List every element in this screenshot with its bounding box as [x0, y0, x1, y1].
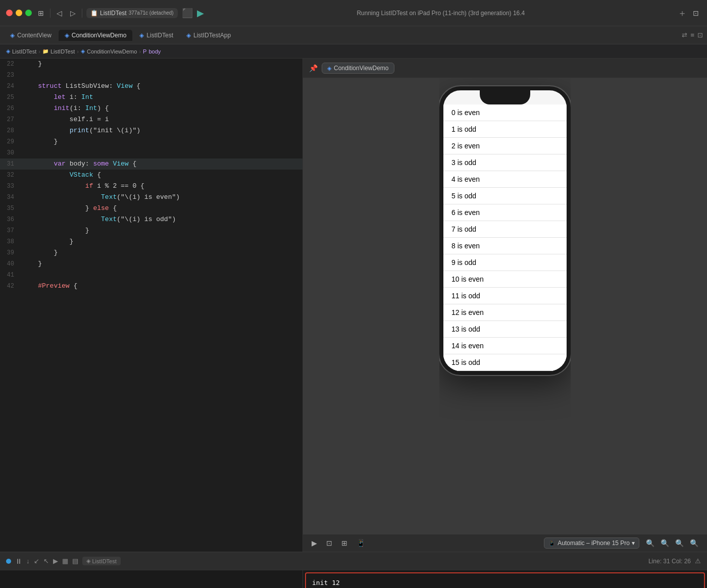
- close-button[interactable]: [6, 10, 13, 16]
- traffic-lights: [6, 10, 32, 16]
- layout-toggle-button[interactable]: ⊡: [691, 7, 701, 19]
- line-number: 24: [0, 81, 20, 92]
- maximize-button[interactable]: [25, 10, 32, 16]
- tab-icon: ◈: [139, 32, 144, 39]
- line-content: [20, 70, 302, 81]
- line-number: 29: [0, 136, 20, 147]
- navigator-button[interactable]: ◁: [55, 7, 64, 19]
- list-item: 2 is even: [443, 138, 567, 154]
- preview-device-button[interactable]: 📱: [354, 538, 368, 549]
- console-right: init 12init 13init 14init 14init 15init …: [303, 570, 707, 588]
- line-number: 25: [0, 92, 20, 103]
- list-item: 15 is odd: [443, 354, 567, 371]
- tab-label: ConditionViewDemo: [72, 32, 127, 39]
- add-tab-button[interactable]: ＋: [678, 7, 687, 19]
- code-line: 36 Text("\(i) is odd"): [0, 214, 302, 225]
- list-item: 8 is even: [443, 238, 567, 254]
- inspector-toggle-button[interactable]: ⊡: [697, 31, 703, 39]
- preview-toolbar: 📌 ◈ ConditionViewDemo: [303, 59, 707, 78]
- zoom-out-button[interactable]: 🔍: [643, 538, 657, 549]
- code-line: 25 let i: Int: [0, 92, 302, 103]
- line-content: } else {: [20, 203, 302, 214]
- scheme-icon: 📋: [90, 10, 98, 17]
- code-line: 34 Text("\(i) is even"): [0, 192, 302, 203]
- zoom-actual-button[interactable]: 🔍: [658, 538, 672, 549]
- line-number: 23: [0, 70, 20, 81]
- line-content: VStack {: [20, 170, 302, 181]
- zoom-in-button[interactable]: 🔍: [673, 538, 686, 549]
- run-button[interactable]: ▶: [197, 8, 204, 19]
- tab-condition-view-demo[interactable]: ◈ ConditionViewDemo: [59, 30, 133, 41]
- status-indicator: [6, 559, 11, 564]
- minimize-button[interactable]: [16, 10, 22, 16]
- preview-grid-button[interactable]: ⊞: [339, 538, 350, 549]
- line-content: let i: Int: [20, 92, 302, 103]
- list-item: 1 is odd: [443, 121, 567, 138]
- sidebar-toggle-button[interactable]: ⊞: [36, 7, 46, 19]
- breadcrumb-item-3[interactable]: ConditionViewDemo: [87, 48, 137, 55]
- line-number: 28: [0, 125, 20, 136]
- step-over-button[interactable]: ↓: [26, 557, 30, 565]
- line-number: 27: [0, 114, 20, 125]
- tab-content-view[interactable]: ◈ ContentView: [4, 30, 58, 41]
- pin-button[interactable]: 📌: [309, 64, 318, 72]
- line-content: }: [20, 236, 302, 247]
- stop-button[interactable]: ⬛: [182, 8, 193, 19]
- code-line: 38 }: [0, 236, 302, 247]
- scheme-selector[interactable]: 📋 ListIDTest 377a71c (detached): [86, 8, 178, 18]
- breadcrumb-item-2[interactable]: ListIDTest: [50, 48, 75, 55]
- code-line: 28 print("init \(i)"): [0, 125, 302, 136]
- warnings-button[interactable]: ⚠: [695, 557, 701, 565]
- scheme-commit: 377a71c (detached): [129, 10, 174, 16]
- list-item: 14 is even: [443, 338, 567, 354]
- code-line: 27 self.i = i: [0, 114, 302, 125]
- code-line: 42 #Preview {: [0, 281, 302, 292]
- device-selector[interactable]: 📱 Automatic – iPhone 15 Pro ▾: [544, 538, 639, 549]
- console-output-content: init 12init 13init 14init 14init 15init …: [306, 573, 704, 588]
- code-line: 23: [0, 70, 302, 81]
- tab-list-id-test[interactable]: ◈ ListIDTest: [133, 30, 179, 41]
- breadcrumb-item-4[interactable]: body: [148, 48, 161, 55]
- code-line: 24 struct ListSubView: View {: [0, 81, 302, 92]
- variable-button[interactable]: ▤: [72, 557, 78, 565]
- console-line: init 12: [312, 577, 698, 588]
- chevron-down-icon: ▾: [632, 540, 635, 547]
- code-line: 30: [0, 147, 302, 158]
- code-line: 39 }: [0, 247, 302, 258]
- zoom-fit-button[interactable]: 🔍: [687, 538, 701, 549]
- line-content: var body: some View {: [20, 158, 302, 170]
- preview-title-label: ConditionViewDemo: [334, 65, 389, 72]
- list-item: 9 is odd: [443, 254, 567, 271]
- preview-inspect-button[interactable]: ⊡: [324, 538, 335, 549]
- line-number: 37: [0, 225, 20, 236]
- breadcrumb-folder-icon: 📁: [42, 48, 48, 54]
- tab-list-id-test-app[interactable]: ◈ ListIDTestApp: [180, 30, 237, 41]
- forward-button[interactable]: ▷: [68, 7, 78, 19]
- line-number: 32: [0, 170, 20, 181]
- preview-panel: 📌 ◈ ConditionViewDemo 0 is even1 is odd2…: [303, 59, 707, 552]
- line-number: 38: [0, 236, 20, 247]
- breadcrumb-symbol-icon: P: [143, 48, 146, 55]
- line-content: print("init \(i)"): [20, 125, 302, 136]
- pause-button[interactable]: ⏸: [15, 557, 22, 565]
- breadcrumb-item-1[interactable]: ListIDTest: [12, 48, 36, 55]
- code-editor[interactable]: 22 }23 24 struct ListSubView: View {25 l…: [0, 59, 303, 552]
- memory-button[interactable]: ▦: [62, 557, 68, 565]
- editor-options-button[interactable]: ≡: [690, 31, 694, 39]
- step-into-button[interactable]: ↙: [34, 557, 39, 565]
- line-content: [20, 147, 302, 158]
- continue-button[interactable]: ▶: [53, 557, 58, 565]
- split-editor-button[interactable]: ⇄: [682, 31, 687, 39]
- list-item: 5 is odd: [443, 188, 567, 204]
- breadcrumb-project-icon: ◈: [6, 48, 10, 55]
- device-icon: 📱: [548, 540, 556, 547]
- step-out-button[interactable]: ↖: [43, 557, 49, 565]
- line-number: 26: [0, 103, 20, 114]
- line-number: 30: [0, 147, 20, 158]
- list-item: 12 is even: [443, 304, 567, 321]
- target-selector[interactable]: ◈ ListIDTest: [82, 557, 121, 565]
- console-area: init 12init 13init 14init 14init 15init …: [0, 570, 707, 588]
- run-status-text: Running ListIDTest on iPad Pro (11-inch)…: [357, 10, 525, 17]
- preview-play-button[interactable]: ▶: [309, 538, 320, 549]
- list-item: 13 is odd: [443, 321, 567, 338]
